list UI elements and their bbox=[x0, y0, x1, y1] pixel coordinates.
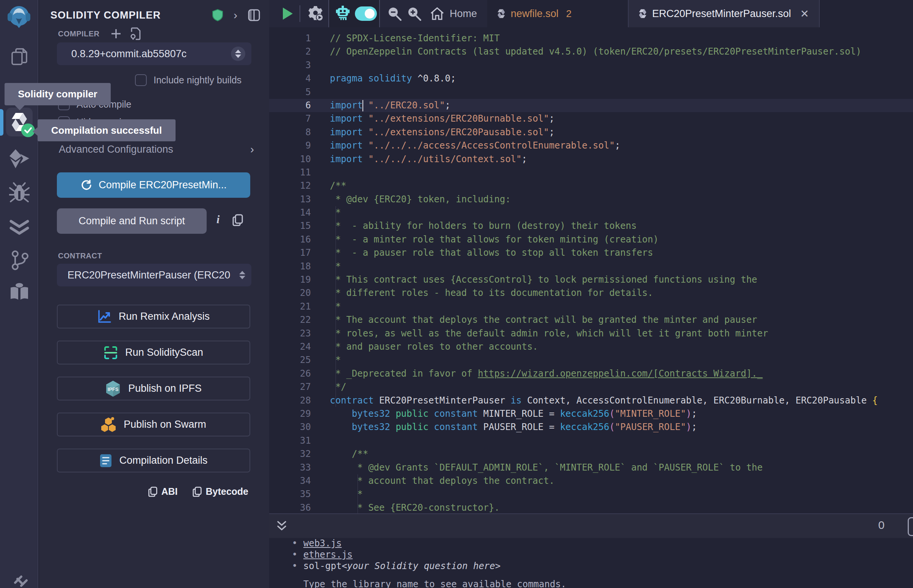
run-solidityscan-button[interactable]: Run SolidityScan bbox=[57, 341, 250, 365]
copy-bytecode-button[interactable]: Bytecode bbox=[193, 486, 248, 497]
learneth-icon[interactable] bbox=[0, 282, 38, 301]
code-line[interactable]: 31 bbox=[269, 434, 913, 447]
tab-erc20presetminterpauser[interactable]: ERC20PresetMinterPauser.sol ✕ bbox=[628, 0, 820, 27]
code-line[interactable]: 14 * bbox=[269, 206, 913, 220]
code-line[interactable]: 15 * - ability for holders to burn (dest… bbox=[269, 220, 913, 233]
code-line[interactable]: 13 * @dev {ERC20} token, including: bbox=[269, 193, 913, 206]
home-icon bbox=[430, 7, 444, 21]
active-module-indicator bbox=[0, 109, 3, 136]
advanced-expand-chevron-icon[interactable]: › bbox=[250, 143, 254, 156]
code-line[interactable]: 6import "../ERC20.sol"; bbox=[269, 99, 913, 112]
code-line[interactable]: 10import "../../../utils/Context.sol"; bbox=[269, 153, 913, 166]
compilation-details-label: Compilation Details bbox=[120, 455, 208, 466]
code-line[interactable]: 19 * This contract uses {AccessControl} … bbox=[269, 273, 913, 286]
code-editor[interactable]: 1// SPDX-License-Identifier: MIT2// Open… bbox=[269, 27, 913, 514]
terminal-library-link[interactable]: web3.js bbox=[303, 538, 342, 549]
zoom-out-icon[interactable] bbox=[387, 0, 402, 27]
compile-button-label: Compile ERC20PresetMin... bbox=[99, 179, 227, 191]
code-line[interactable]: 8import "../extensions/ERC20Pausable.sol… bbox=[269, 126, 913, 139]
terminal-library-link[interactable]: ethers.js bbox=[303, 549, 353, 560]
shield-icon[interactable] bbox=[212, 9, 223, 21]
publish-ipfs-label: Publish on IPFS bbox=[128, 383, 202, 394]
select-arrows-icon bbox=[231, 47, 245, 61]
terminal-footer-text: Type the library name to see available c… bbox=[303, 579, 913, 588]
code-line[interactable]: 17 * - a pauser role that allows to stop… bbox=[269, 246, 913, 260]
code-line[interactable]: 30 bytes32 public constant PAUSER_ROLE =… bbox=[269, 420, 913, 434]
code-line[interactable]: 2// OpenZeppelin Contracts (last updated… bbox=[269, 45, 913, 58]
code-line[interactable]: 1// SPDX-License-Identifier: MIT bbox=[269, 32, 913, 45]
terminal-lines: •web3.js•ethers.js•sol-gpt <your Solidit… bbox=[269, 538, 913, 572]
remix-ide: { "side_panel": { "title": "SOLIDITY COM… bbox=[0, 0, 913, 588]
plugin-manager-icon[interactable] bbox=[0, 574, 38, 588]
code-line[interactable]: 11 bbox=[269, 166, 913, 179]
terminal-list-item: •web3.js bbox=[292, 538, 913, 549]
run-remix-analysis-button[interactable]: Run Remix Analysis bbox=[57, 305, 250, 328]
home-label: Home bbox=[450, 8, 477, 20]
tab-newfile[interactable]: newfile.sol 2 bbox=[487, 0, 582, 27]
code-line[interactable]: 18 * bbox=[269, 260, 913, 273]
code-line[interactable]: 22 * The account that deploys the contra… bbox=[269, 313, 913, 326]
ai-copilot-toggle[interactable] bbox=[355, 0, 377, 27]
terminal-search-input[interactable] bbox=[908, 517, 913, 536]
select-arrows-icon bbox=[239, 271, 245, 279]
code-line[interactable]: 7import "../extensions/ERC20Burnable.sol… bbox=[269, 112, 913, 125]
tab-label: ERC20PresetMinterPauser.sol bbox=[652, 8, 791, 20]
advanced-configurations[interactable]: Advanced Configurations › bbox=[59, 143, 254, 156]
terminal-output[interactable]: •web3.js•ethers.js•sol-gpt <your Solidit… bbox=[269, 538, 913, 588]
publish-ipfs-button[interactable]: IPFS Publish on IPFS bbox=[57, 376, 250, 401]
debugger-icon[interactable] bbox=[0, 182, 38, 203]
solidity-analyzers-icon[interactable] bbox=[0, 217, 38, 237]
code-line[interactable]: 36 * See {ERC20-constructor}. bbox=[269, 501, 913, 514]
code-line[interactable]: 25 * bbox=[269, 354, 913, 367]
copy-abi-button[interactable]: ABI bbox=[148, 486, 178, 497]
tab-home[interactable]: Home bbox=[430, 0, 477, 27]
script-config-gear-icon[interactable] bbox=[307, 0, 324, 27]
code-line[interactable]: 24 * and pauser roles to other accounts. bbox=[269, 340, 913, 354]
code-line[interactable]: 32 /** bbox=[269, 447, 913, 461]
deploy-run-icon[interactable] bbox=[0, 149, 38, 169]
tab-label: newfile.sol bbox=[511, 8, 558, 20]
tab-problems-badge: 2 bbox=[566, 8, 571, 20]
git-icon[interactable] bbox=[0, 250, 38, 270]
compilation-details-button[interactable]: Compilation Details bbox=[57, 449, 250, 472]
code-line[interactable]: 35 * bbox=[269, 488, 913, 501]
info-icon[interactable]: i bbox=[217, 213, 220, 226]
code-line[interactable]: 5 bbox=[269, 86, 913, 99]
nightly-builds-checkbox[interactable] bbox=[135, 74, 147, 86]
panel-expand-chevron-icon[interactable]: › bbox=[233, 9, 237, 22]
code-line[interactable]: 4pragma solidity ^0.8.0; bbox=[269, 72, 913, 85]
run-script-button[interactable] bbox=[281, 0, 293, 27]
code-line[interactable]: 16 * - a minter role that allows for tok… bbox=[269, 233, 913, 246]
code-line[interactable]: 29 bytes32 public constant MINTER_ROLE =… bbox=[269, 407, 913, 420]
terminal-expand-icon[interactable] bbox=[276, 514, 287, 538]
code-line[interactable]: 28contract ERC20PresetMinterPauser is Co… bbox=[269, 394, 913, 407]
pin-panel-icon[interactable] bbox=[248, 9, 260, 21]
code-line[interactable]: 20 * different roles - head to its docum… bbox=[269, 286, 913, 300]
compile-and-run-button[interactable]: Compile and Run script bbox=[57, 208, 207, 234]
publish-swarm-button[interactable]: Publish on Swarm bbox=[57, 413, 250, 436]
code-line[interactable]: 34 * account that deploys the contract. bbox=[269, 474, 913, 488]
code-line[interactable]: 3 bbox=[269, 59, 913, 72]
remix-ai-robot-icon[interactable] bbox=[336, 0, 350, 27]
code-line[interactable]: 27 */ bbox=[269, 380, 913, 394]
nightly-builds-label: Include nightly builds bbox=[154, 74, 241, 86]
terminal-listen-count: 0 bbox=[878, 519, 885, 531]
remix-logo-icon[interactable] bbox=[5, 3, 32, 30]
code-line[interactable]: 21 * bbox=[269, 300, 913, 313]
code-line[interactable]: 12/** bbox=[269, 179, 913, 192]
zoom-in-icon[interactable] bbox=[406, 0, 422, 27]
panel-title: SOLIDITY COMPILER bbox=[50, 10, 161, 21]
contract-select[interactable]: ERC20PresetMinterPauser (ERC20 bbox=[57, 264, 251, 286]
compiler-version-select[interactable]: 0.8.29+commit.ab55807c bbox=[57, 42, 251, 65]
compiler-config-file-icon[interactable] bbox=[130, 27, 141, 42]
code-line[interactable]: 9import "../../../access/AccessControlEn… bbox=[269, 139, 913, 152]
code-line[interactable]: 23 * roles, as well as the default admin… bbox=[269, 327, 913, 340]
copy-script-icon[interactable] bbox=[232, 214, 243, 228]
code-line[interactable]: 33 * @dev Grants `DEFAULT_ADMIN_ROLE`, `… bbox=[269, 461, 913, 474]
compile-button[interactable]: Compile ERC20PresetMin... bbox=[57, 172, 250, 198]
add-compiler-icon[interactable] bbox=[110, 28, 122, 41]
code-line[interactable]: 26 * _Deprecated in favor of https://wiz… bbox=[269, 367, 913, 380]
tab-close-icon[interactable]: ✕ bbox=[800, 8, 809, 20]
file-explorer-icon[interactable] bbox=[0, 48, 38, 66]
analysis-chart-icon bbox=[97, 310, 111, 323]
